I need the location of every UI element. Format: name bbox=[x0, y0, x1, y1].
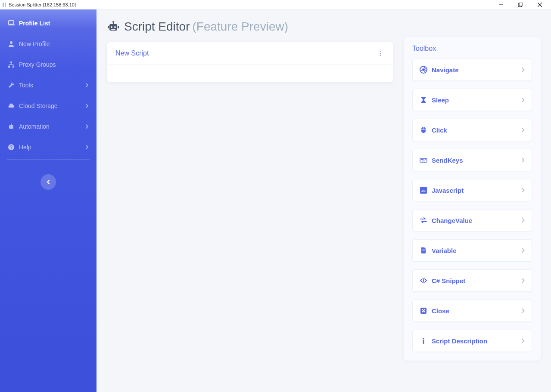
tool-item-label: Script Description bbox=[432, 337, 522, 345]
sidebar-item-tools[interactable]: Tools bbox=[0, 75, 97, 96]
chevron-right-icon bbox=[522, 339, 525, 343]
sitemap-icon bbox=[8, 61, 15, 68]
svg-point-52 bbox=[423, 338, 424, 340]
svg-point-29 bbox=[112, 21, 114, 23]
script-card: New Script bbox=[107, 42, 393, 82]
svg-rect-44 bbox=[425, 159, 426, 160]
toolbox-column: Toolbox Navigate bbox=[404, 37, 541, 382]
svg-rect-0 bbox=[3, 3, 4, 7]
svg-rect-53 bbox=[423, 340, 424, 344]
tool-item-variable[interactable]: Variable bbox=[412, 239, 532, 262]
close-button[interactable] bbox=[530, 0, 549, 9]
svg-rect-45 bbox=[422, 161, 425, 162]
sidebar-item-profile-list[interactable]: Profile List bbox=[0, 13, 97, 34]
tool-item-label: SendKeys bbox=[432, 157, 522, 164]
svg-rect-48 bbox=[422, 250, 425, 250]
sidebar-item-cloud-storage[interactable]: Cloud Storage bbox=[0, 96, 97, 116]
svg-point-34 bbox=[380, 55, 381, 56]
help-icon: ? bbox=[8, 144, 15, 151]
sidebar-divider bbox=[7, 159, 90, 160]
svg-text:JS: JS bbox=[421, 189, 426, 193]
script-card-body bbox=[107, 65, 393, 82]
tool-item-label: C# Snippet bbox=[432, 277, 522, 284]
chevron-right-icon bbox=[522, 218, 525, 222]
cloud-icon bbox=[8, 102, 15, 109]
app-icon bbox=[2, 2, 7, 7]
tool-item-close[interactable]: Close bbox=[412, 299, 532, 322]
sidebar-item-label: Profile List bbox=[19, 20, 89, 27]
svg-rect-30 bbox=[108, 26, 109, 28]
chevron-right-icon bbox=[522, 278, 525, 283]
svg-point-9 bbox=[10, 41, 12, 44]
svg-point-33 bbox=[380, 53, 381, 54]
chevron-right-icon bbox=[522, 68, 525, 72]
svg-rect-12 bbox=[12, 66, 14, 68]
sidebar-item-label: Proxy Groups bbox=[19, 61, 89, 68]
info-icon bbox=[420, 337, 427, 345]
tool-item-click[interactable]: Click bbox=[412, 119, 532, 141]
tool-item-script-description[interactable]: Script Description bbox=[412, 330, 532, 352]
tool-item-label: ChangeValue bbox=[432, 217, 522, 224]
svg-point-26 bbox=[114, 26, 116, 28]
minimize-button[interactable] bbox=[491, 0, 511, 9]
maximize-button[interactable] bbox=[511, 0, 530, 9]
svg-rect-43 bbox=[423, 159, 424, 160]
close-box-icon bbox=[420, 307, 427, 315]
page-title: Script Editor bbox=[124, 20, 190, 34]
tool-item-changevalue[interactable]: ChangeValue bbox=[412, 209, 532, 231]
sidebar-item-automation[interactable]: Automation bbox=[0, 116, 97, 137]
chevron-right-icon bbox=[522, 128, 525, 132]
tool-item-sendkeys[interactable]: SendKeys bbox=[412, 149, 532, 171]
sidebar-item-label: Cloud Storage bbox=[19, 102, 85, 109]
page-header: Script Editor (Feature Preview) bbox=[107, 9, 393, 42]
svg-rect-10 bbox=[10, 62, 12, 63]
robot-icon bbox=[107, 21, 120, 33]
toolbox-card: Toolbox Navigate bbox=[404, 37, 541, 361]
laptop-icon bbox=[8, 20, 15, 27]
toolbox-title: Toolbox bbox=[404, 37, 541, 59]
chevron-right-icon bbox=[85, 145, 89, 149]
svg-rect-27 bbox=[111, 29, 115, 30]
svg-point-32 bbox=[380, 51, 381, 52]
sidebar-item-label: Automation bbox=[19, 123, 85, 130]
script-card-title: New Script bbox=[115, 49, 376, 57]
kebab-menu-button[interactable] bbox=[376, 49, 385, 58]
page-subtitle: (Feature Preview) bbox=[193, 20, 289, 34]
tool-item-label: Sleep bbox=[432, 96, 522, 104]
robot-icon bbox=[8, 123, 15, 130]
svg-rect-7 bbox=[9, 21, 14, 24]
chevron-right-icon bbox=[85, 104, 89, 108]
window-title: Session Splitter [162.158.63.10] bbox=[9, 2, 491, 7]
svg-rect-31 bbox=[118, 26, 119, 28]
tool-item-csharp-snippet[interactable]: C# Snippet bbox=[412, 269, 532, 292]
svg-rect-4 bbox=[519, 3, 523, 6]
tool-item-label: Navigate bbox=[432, 66, 522, 74]
svg-rect-50 bbox=[422, 252, 425, 252]
collapse-sidebar-button[interactable] bbox=[40, 174, 56, 190]
svg-rect-11 bbox=[8, 66, 10, 68]
file-icon bbox=[420, 247, 427, 254]
chevron-right-icon bbox=[522, 158, 525, 162]
tool-item-javascript[interactable]: JS Javascript bbox=[412, 179, 532, 201]
sidebar-item-help[interactable]: ? Help bbox=[0, 137, 97, 157]
tool-item-label: Variable bbox=[432, 247, 522, 254]
main-content: Script Editor (Feature Preview) New Scri… bbox=[97, 9, 551, 392]
titlebar: Session Splitter [162.158.63.10] bbox=[0, 0, 551, 9]
svg-rect-41 bbox=[421, 159, 422, 160]
svg-point-18 bbox=[10, 127, 11, 127]
sidebar-item-new-profile[interactable]: New Profile bbox=[0, 34, 97, 54]
svg-rect-40 bbox=[420, 158, 427, 162]
keyboard-icon bbox=[420, 156, 427, 164]
tool-item-navigate[interactable]: Navigate bbox=[412, 59, 532, 81]
sidebar-item-label: Help bbox=[19, 144, 85, 151]
chevron-right-icon bbox=[85, 83, 89, 87]
code-icon bbox=[420, 277, 427, 284]
js-icon: JS bbox=[420, 186, 427, 194]
tool-item-sleep[interactable]: Sleep bbox=[412, 89, 532, 111]
svg-point-19 bbox=[12, 127, 12, 127]
chevron-right-icon bbox=[522, 248, 525, 253]
svg-text:?: ? bbox=[10, 145, 12, 150]
sidebar-item-proxy-groups[interactable]: Proxy Groups bbox=[0, 54, 97, 75]
svg-rect-1 bbox=[5, 3, 6, 7]
svg-point-21 bbox=[11, 123, 12, 124]
